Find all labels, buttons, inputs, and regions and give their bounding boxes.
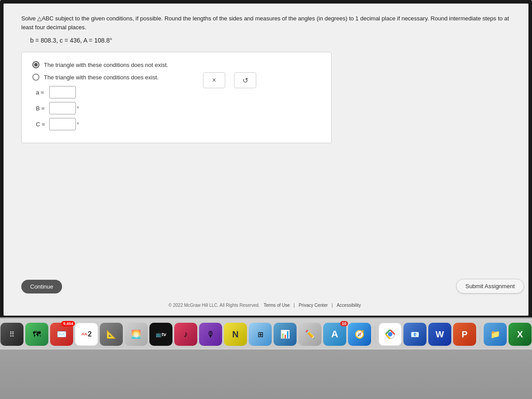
input-b[interactable] (49, 102, 76, 114)
radio-option-1[interactable]: The triangle with these conditions does … (32, 61, 321, 68)
radio-label-1: The triangle with these conditions does … (44, 62, 168, 68)
input-row-c: C ≈ ° (36, 118, 321, 130)
dock-mail[interactable]: ✉️ 9,454 (50, 323, 73, 346)
dock-charts[interactable]: 📊 (274, 323, 297, 346)
dock-podcasts[interactable]: 🎙 (199, 323, 222, 346)
terms-link[interactable]: Terms of Use (264, 303, 290, 308)
accessibility-link[interactable]: Accessibility (336, 303, 360, 308)
page-footer: © 2022 McGraw Hill LLC. All Rights Reser… (4, 303, 528, 308)
fonts-badge: 10 (340, 321, 348, 326)
mail-badge: 9,454 (61, 321, 75, 326)
dock-safari[interactable]: 🧭 (348, 323, 371, 346)
radio-option-2[interactable]: The triangle with these conditions does … (32, 74, 321, 81)
radio-label-2: The triangle with these conditions does … (44, 74, 159, 81)
input-row-b: B ≈ ° (36, 102, 321, 114)
input-label-a: a ≈ (36, 89, 49, 96)
undo-icon: ↺ (243, 76, 248, 85)
dock-chrome[interactable] (379, 323, 402, 346)
input-label-c: C ≈ (36, 121, 49, 128)
radio-circle-1[interactable] (32, 61, 39, 68)
dock-ppt[interactable]: P (453, 323, 476, 346)
dock-files[interactable]: 📁 (484, 323, 507, 346)
action-buttons: × ↺ (203, 72, 256, 88)
dock-music[interactable]: ♪ (174, 323, 197, 346)
clear-button[interactable]: × (203, 72, 225, 88)
dock-mail2[interactable]: 📧 (403, 323, 426, 346)
dock-fonts[interactable]: A 10 (323, 323, 346, 346)
input-label-b: B ≈ (36, 105, 49, 112)
input-row-a: a ≈ (36, 86, 321, 98)
dock-launchpad[interactable]: ⠿ (0, 323, 23, 346)
dock-separator2 (480, 325, 480, 343)
copyright-text: © 2022 McGraw Hill LLC. All Rights Reser… (168, 303, 260, 308)
degree-b: ° (77, 105, 79, 112)
radio-circle-2[interactable] (32, 74, 39, 81)
keyboard-area: esc ☀F1 ☀☀F2 ⊞⊞F3 🔍F4 🎤F5 ☽F6 ⏮F7 ▶‖F8 ⏭… (0, 350, 532, 399)
dock-grid[interactable]: ⊞ (249, 323, 272, 346)
dock-excel[interactable]: X (509, 323, 532, 346)
dock-calendar[interactable]: JUL 2 (75, 323, 98, 346)
continue-button[interactable]: Continue (21, 280, 62, 293)
dock-word[interactable]: W (428, 323, 451, 346)
input-c[interactable] (49, 118, 76, 130)
dock-photos[interactable]: 🌅 (125, 323, 148, 346)
submit-assignment-button[interactable]: Submit Assignment (456, 279, 524, 293)
dock-bar: 🖥 ⠿ 🗺 ✉️ 9,454 JUL 2 📐 (0, 319, 532, 349)
undo-button[interactable]: ↺ (234, 72, 256, 88)
dock-app1[interactable]: 📐 (100, 323, 123, 346)
input-a[interactable] (49, 86, 76, 98)
given-values: b = 808.3, c = 436, A = 108.8° (30, 37, 511, 44)
dock-notes[interactable]: N (224, 323, 247, 346)
degree-c: ° (77, 121, 79, 128)
dock-maps[interactable]: 🗺 (25, 323, 48, 346)
answer-box: The triangle with these conditions does … (21, 52, 332, 143)
clear-icon: × (212, 76, 216, 84)
problem-instruction: Solve △ABC subject to the given conditio… (21, 14, 511, 31)
dock-pencil[interactable]: ✏️ (298, 323, 321, 346)
svg-point-1 (388, 332, 392, 336)
dock-tv[interactable]: 📺tv (149, 323, 172, 346)
privacy-link[interactable]: Privacy Center (299, 303, 328, 308)
dock-separator (375, 325, 375, 343)
